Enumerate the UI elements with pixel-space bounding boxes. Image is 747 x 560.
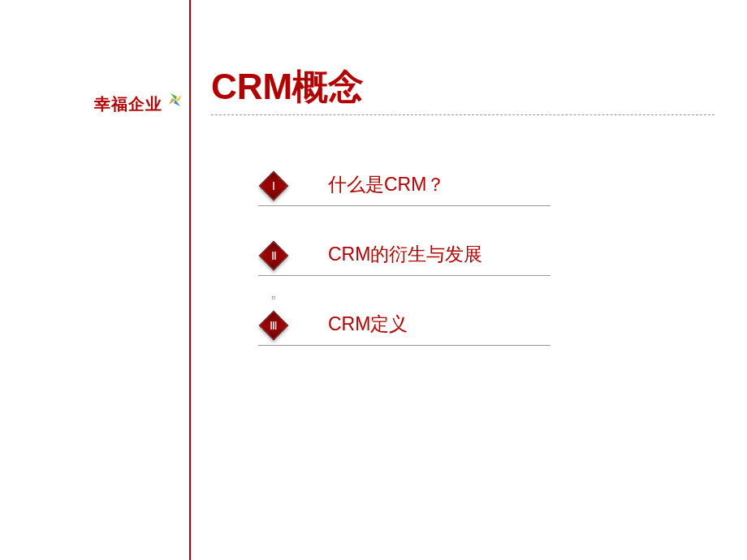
logo-text: 幸福企业 [94,93,162,115]
toc-label: 什么是CRM？ [328,172,445,200]
diamond-icon: Ⅱ [258,240,289,271]
vertical-divider [189,0,191,560]
toc-underline [258,345,551,346]
title-underline [211,114,715,115]
toc-number: Ⅲ [270,319,278,333]
table-of-contents: Ⅰ 什么是CRM？ Ⅱ CRM的衍生与发展 Ⅲ CRM定义 [258,170,482,380]
diamond-icon: Ⅰ [258,170,289,201]
pinwheel-icon [164,88,187,114]
toc-label: CRM的衍生与发展 [328,242,482,270]
logo: 幸福企业 [94,93,187,115]
toc-item: Ⅱ CRM的衍生与发展 [258,240,482,271]
toc-underline [258,275,551,276]
diamond-icon: Ⅲ [258,310,289,341]
toc-underline [258,205,551,206]
toc-label: CRM定义 [328,312,408,340]
toc-item: Ⅰ 什么是CRM？ [258,170,482,201]
page-title: CRM概念 [211,63,364,111]
center-mark: ▫ [271,291,275,304]
toc-number: Ⅱ [271,249,277,263]
toc-number: Ⅰ [272,179,275,193]
toc-item: Ⅲ CRM定义 [258,310,482,341]
